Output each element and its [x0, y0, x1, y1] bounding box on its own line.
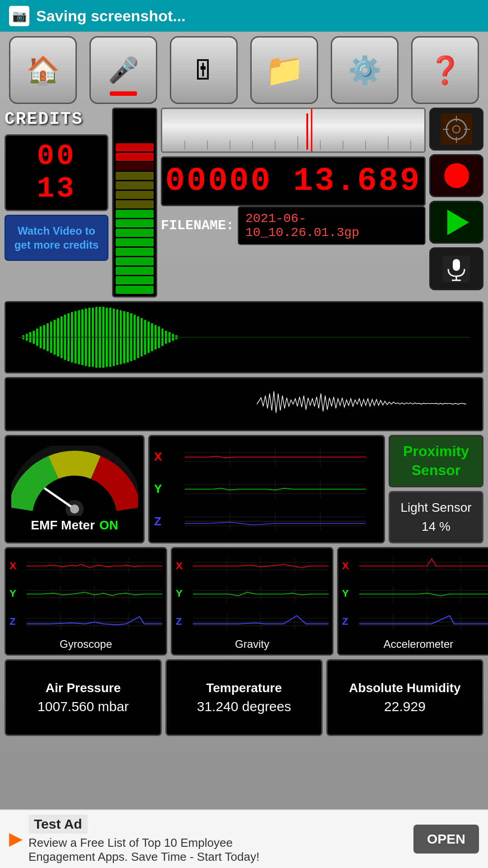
- playback-svg: [8, 381, 480, 428]
- playback-waveform: [5, 377, 483, 431]
- status-icon: 📷: [9, 6, 29, 26]
- gravity-lines: X Y: [176, 552, 328, 636]
- status-text: Saving screenshot...: [36, 7, 186, 25]
- gyro-z-svg: [27, 614, 162, 630]
- ad-banner: ▶ Test Ad Review a Free List of Top 10 E…: [0, 809, 488, 868]
- humidity-value: 22.929: [384, 699, 426, 714]
- accel-z-label: Z: [342, 616, 356, 627]
- home-button[interactable]: 🏠: [9, 36, 77, 104]
- y-row: Y: [154, 480, 379, 498]
- gyroscope-label: Gyroscope: [9, 638, 162, 651]
- filename-label: FILENAME:: [161, 218, 234, 233]
- humidity-label: Absolute Humidity: [349, 681, 460, 695]
- accel-y-row: Y: [342, 586, 488, 602]
- top-section: CREDITS 00 13 Watch Video toget more cre…: [5, 108, 483, 297]
- microphone-button[interactable]: 🎤: [89, 36, 157, 104]
- help-button[interactable]: ❓: [411, 36, 479, 104]
- gyro-z-row: Z: [9, 614, 162, 630]
- emf-label: EMF Meter: [31, 518, 95, 533]
- sensor-charts-row: X Y: [5, 547, 483, 656]
- counter-display: 00000 13.689: [161, 156, 426, 206]
- counter-value: 00000 13.689: [165, 163, 421, 200]
- air-pressure-box: Air Pressure 1007.560 mbar: [5, 659, 162, 736]
- grav-x-row: X: [176, 558, 328, 574]
- grav-y-label: Y: [176, 588, 189, 599]
- gyro-y-svg: [27, 586, 162, 602]
- playhead: [306, 113, 308, 150]
- toolbar: 🏠 🎤 🎚 📁 ⚙️ ❓: [5, 36, 483, 104]
- gyroscope-chart: X Y: [5, 547, 167, 656]
- grav-z-label: Z: [176, 616, 189, 627]
- z-line-svg: [171, 512, 379, 530]
- y-label: Y: [154, 482, 168, 496]
- grav-x-svg: [193, 558, 328, 574]
- emf-status: ON: [99, 518, 118, 533]
- record-button[interactable]: [429, 154, 483, 197]
- waveform-display: [161, 108, 426, 153]
- temperature-box: Temperature 31.240 degrees: [165, 659, 323, 736]
- main-container: 🏠 🎤 🎚 📁 ⚙️ ❓ CREDITS 00 13 Watch Video t…: [0, 32, 488, 868]
- viewfinder-icon: [441, 113, 472, 145]
- temperature-label: Temperature: [206, 681, 282, 695]
- center-panel: 00000 13.689 FILENAME: 2021-06-10_10.26.…: [161, 108, 426, 297]
- grav-y-svg: [193, 586, 328, 602]
- air-pressure-label: Air Pressure: [46, 681, 121, 695]
- accel-x-label: X: [342, 560, 356, 572]
- ad-subtitle: Review a Free List of Top 10 EmployeeEng…: [28, 836, 407, 864]
- accel-x-svg: [359, 558, 488, 574]
- svg-point-76: [70, 505, 79, 514]
- waveform-visualization: // We'll draw these as inline rects appr…: [5, 301, 483, 373]
- settings-button[interactable]: ⚙️: [331, 36, 399, 104]
- air-pressure-value: 1007.560 mbar: [38, 699, 129, 714]
- gyro-y-label: Y: [9, 588, 23, 599]
- watch-video-button[interactable]: Watch Video toget more credits: [5, 215, 108, 261]
- grav-x-label: X: [176, 560, 189, 572]
- ad-text: Test Ad Review a Free List of Top 10 Emp…: [28, 815, 407, 864]
- gyro-x-row: X: [9, 558, 162, 574]
- accelerometer-chart: X Y: [337, 547, 488, 656]
- xyz-chart: X Y: [148, 435, 385, 543]
- filename-row: FILENAME: 2021-06-10_10.26.01.3gp: [161, 210, 426, 241]
- gyro-y-row: Y: [9, 586, 162, 602]
- gyro-z-label: Z: [9, 616, 23, 627]
- z-label: Z: [154, 514, 168, 528]
- grav-z-row: Z: [176, 614, 328, 630]
- accel-y-svg: [359, 586, 488, 602]
- credits-display: 00 13: [5, 134, 108, 211]
- environment-row: Air Pressure 1007.560 mbar Temperature 3…: [5, 659, 483, 736]
- accel-z-svg: [359, 614, 488, 630]
- credits-label: CREDITS: [5, 108, 108, 131]
- sensors-row: EMF Meter ON X: [5, 435, 483, 543]
- left-panel: CREDITS 00 13 Watch Video toget more cre…: [5, 108, 108, 297]
- gyroscope-lines: X Y: [9, 552, 162, 636]
- mic-icon: [443, 255, 470, 283]
- gyro-x-label: X: [9, 560, 23, 572]
- play-button[interactable]: [429, 201, 483, 244]
- light-sensor-text: Light Sensor 14 %: [400, 498, 471, 536]
- accel-z-row: Z: [342, 614, 488, 630]
- credits-value: 00 13: [10, 140, 103, 205]
- mic-button[interactable]: [429, 247, 483, 290]
- z-row: Z: [154, 512, 379, 530]
- status-bar: 📷 Saving screenshot...: [0, 0, 488, 32]
- ad-title: Test Ad: [28, 815, 88, 834]
- proximity-text: ProximitySensor: [403, 442, 469, 480]
- proximity-light-column: ProximitySensor Light Sensor 14 %: [389, 435, 483, 543]
- filename-value: 2021-06-10_10.26.01.3gp: [238, 206, 426, 245]
- viewfinder-button[interactable]: [429, 108, 483, 151]
- accel-lines: X Y: [342, 552, 488, 636]
- temperature-value: 31.240 degrees: [197, 699, 291, 714]
- x-line-svg: [171, 448, 379, 466]
- accel-x-row: X: [342, 558, 488, 574]
- ad-open-button[interactable]: OPEN: [413, 825, 479, 854]
- svg-line-75: [45, 489, 75, 509]
- waveform-svg: // We'll draw these as inline rects appr…: [6, 302, 482, 372]
- y-line-svg: [171, 480, 379, 498]
- grav-y-row: Y: [176, 586, 328, 602]
- right-panel: [429, 108, 483, 297]
- folder-button[interactable]: 📁: [250, 36, 318, 104]
- grav-z-svg: [193, 614, 328, 630]
- ad-arrow-icon: ▶: [9, 830, 22, 849]
- x-row: X: [154, 448, 379, 466]
- mixer-button[interactable]: 🎚: [170, 36, 238, 104]
